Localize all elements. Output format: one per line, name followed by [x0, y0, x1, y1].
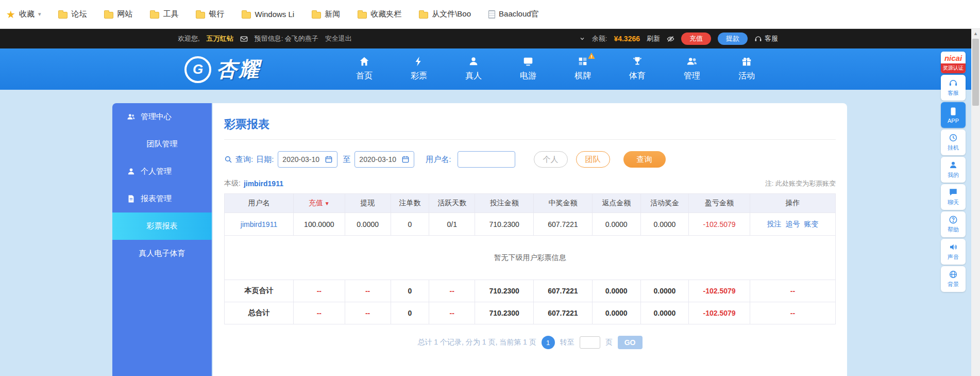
nav-item-manage[interactable]: 管理	[670, 56, 714, 81]
toolbar-item-my[interactable]: 我的	[941, 157, 966, 183]
column-header-操作: 操作	[750, 194, 835, 213]
bookmark-item[interactable]: 论坛	[58, 9, 87, 19]
action-link-追号[interactable]: 追号	[785, 220, 800, 228]
refresh-link[interactable]: 刷新	[647, 34, 660, 43]
toolbar-item-label: 我的	[948, 171, 959, 179]
personal-button[interactable]: 个人	[534, 151, 568, 168]
cell: 607.7221	[534, 213, 593, 236]
date-from-field[interactable]	[282, 155, 325, 164]
toolbar-item-service[interactable]: 客服	[941, 75, 966, 101]
table-header-row: 用户名充值 ▼提现注单数活跃天数投注金额中奖金额返点金额活动奖金盈亏金额操作	[225, 194, 836, 213]
nav-item-chess[interactable]: 棋牌	[561, 56, 605, 81]
toolbar-item-theme[interactable]: 背景	[941, 266, 966, 292]
star-icon: ★	[6, 9, 15, 20]
total-value: -102.5079	[689, 280, 750, 302]
date-from-input[interactable]	[278, 151, 337, 168]
balance-label: 余额:	[592, 34, 607, 43]
sidebar-item-报表管理[interactable]: 报表管理	[112, 185, 212, 212]
sort-arrow-icon: ▼	[323, 201, 330, 206]
goto-page-input[interactable]	[580, 336, 600, 349]
total-value: --	[345, 280, 391, 302]
total-value: 0.0000	[640, 302, 689, 324]
toolbar-item-help[interactable]: 帮助	[941, 211, 966, 237]
toolbar-item-hangup[interactable]: 挂机	[941, 129, 966, 155]
go-button[interactable]: GO	[618, 336, 643, 349]
bookmark-item[interactable]: ★收藏▾	[6, 9, 41, 20]
sidebar-item-真人电子体育[interactable]: 真人电子体育	[112, 240, 212, 267]
bookmark-item[interactable]: 收藏夹栏	[358, 9, 401, 19]
bookmark-item[interactable]: 网站	[104, 9, 132, 19]
calendar-icon[interactable]	[401, 155, 410, 164]
nav-item-label: 真人	[465, 71, 482, 81]
sidebar-item-个人管理[interactable]: 个人管理	[112, 158, 212, 185]
pagination-summary: 总计 1 个记录, 分为 1 页, 当前第 1 页	[417, 338, 536, 347]
service-link[interactable]: 客服	[754, 34, 778, 43]
action-link-账变[interactable]: 账变	[804, 220, 818, 228]
cell: jimbird1911	[225, 213, 294, 236]
account-topbar: 欢迎您, 五万红钻 预留信息: 会飞的燕子 安全退出 余额: ¥4.3266 刷…	[0, 29, 980, 48]
bookmark-item[interactable]: Windows Li	[242, 10, 294, 19]
total-row: 总合计----0--710.2300607.72210.00000.0000-1…	[225, 302, 836, 324]
cell: -102.5079	[689, 213, 750, 236]
bookmark-item[interactable]: Baacloud官	[488, 9, 539, 19]
toolbar-item-phone[interactable]: APP	[941, 102, 966, 128]
username-input[interactable]	[458, 151, 515, 168]
logout-link[interactable]: 安全退出	[325, 34, 352, 43]
nav-item-sports[interactable]: 体育	[615, 56, 660, 81]
site-logo[interactable]: G 杏耀	[184, 55, 261, 84]
date-to-field[interactable]	[359, 155, 401, 164]
nicai-badge[interactable]: nicai 奖源认证	[941, 52, 966, 73]
egame-icon	[522, 56, 534, 67]
column-header-充值[interactable]: 充值 ▼	[294, 194, 345, 213]
total-value: 710.2300	[475, 280, 534, 302]
sidebar-item-彩票报表[interactable]: 彩票报表	[112, 212, 212, 240]
bookmark-item[interactable]: 银行	[196, 9, 224, 19]
nav-item-home[interactable]: 首页	[342, 56, 386, 81]
total-label: 总合计	[225, 302, 294, 324]
level-user-link[interactable]: jimbird1911	[244, 179, 283, 188]
sidebar-item-管理中心[interactable]: 管理中心	[112, 103, 212, 130]
report-icon	[127, 194, 136, 203]
total-value: 0.0000	[592, 302, 640, 324]
nav-item-live[interactable]: 真人	[451, 56, 496, 81]
query-button[interactable]: 查询	[623, 151, 666, 168]
bookmark-item[interactable]: 工具	[150, 9, 178, 19]
column-header-盈亏金额: 盈亏金额	[689, 194, 750, 213]
calendar-icon[interactable]	[325, 155, 333, 164]
chat-icon	[949, 188, 958, 197]
nicai-title: nicai	[941, 52, 966, 63]
nav-item-activity[interactable]: 活动	[724, 56, 769, 81]
bookmark-item[interactable]: 新闻	[312, 9, 340, 19]
current-page-button[interactable]: 1	[542, 336, 555, 349]
username-link[interactable]: jimbird1911	[241, 220, 277, 228]
action-link-投注[interactable]: 投注	[767, 220, 781, 228]
eye-slash-icon[interactable]	[667, 35, 674, 43]
team-button[interactable]: 团队	[576, 151, 610, 168]
scrollbar[interactable]: ▲	[971, 29, 980, 376]
nav-item-lottery[interactable]: 彩票	[397, 56, 441, 81]
live-icon	[468, 56, 479, 67]
bookmark-item[interactable]: 从文件\Boo	[419, 9, 471, 19]
date-to-input[interactable]	[354, 151, 414, 168]
sidebar-item-团队管理[interactable]: 团队管理	[112, 130, 212, 158]
user-icon	[127, 167, 136, 176]
folder-icon	[104, 12, 113, 19]
toolbar-item-chat[interactable]: 聊天	[941, 184, 966, 210]
envelope-icon[interactable]	[240, 35, 248, 43]
empty-row: 暂无下级用户彩票信息	[225, 236, 836, 280]
service-label: 客服	[765, 34, 778, 43]
search-label: 查询:	[235, 155, 253, 165]
nav-item-egame[interactable]: 电游	[506, 56, 550, 81]
sports-icon	[632, 56, 643, 67]
chevron-down-icon[interactable]	[579, 36, 585, 42]
sidebar-item-label: 团队管理	[147, 139, 178, 149]
bookmark-label: 从文件\Boo	[432, 9, 471, 19]
toolbar-item-sound[interactable]: 声音	[941, 239, 966, 265]
username-link[interactable]: 五万红钻	[207, 34, 233, 43]
bookmark-label: 网站	[117, 9, 132, 19]
withdraw-button[interactable]: 提款	[718, 32, 748, 45]
scrollbar-thumb[interactable]	[972, 39, 979, 106]
scroll-up-arrow[interactable]: ▲	[971, 29, 980, 38]
recharge-button[interactable]: 充值	[681, 32, 711, 45]
total-value: 710.2300	[475, 302, 534, 324]
